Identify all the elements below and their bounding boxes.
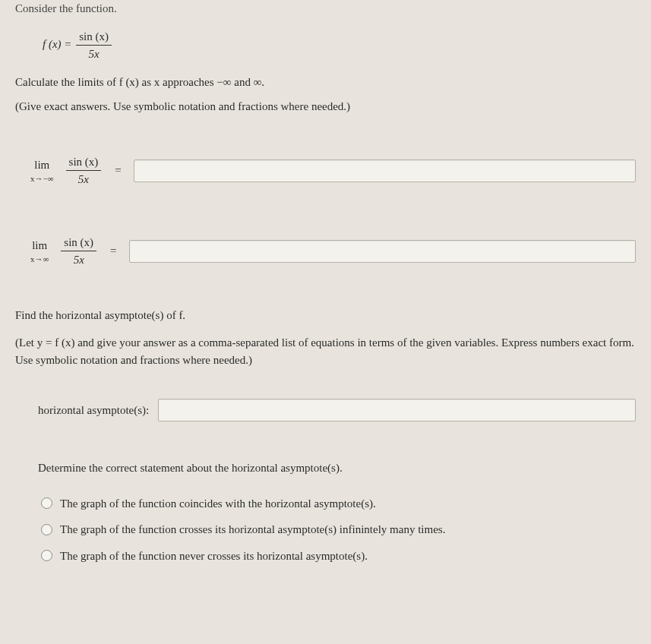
frac-num: sin (x) — [76, 28, 112, 46]
ha-instructions: (Let y = f (x) and give your answer as a… — [15, 334, 636, 368]
lim-frac-1: sin (x) 5x — [66, 153, 102, 188]
option-row-2[interactable]: The graph of the function never crosses … — [41, 548, 636, 565]
option-label: The graph of the function crosses its ho… — [60, 521, 445, 538]
option-label: The graph of the function never crosses … — [60, 548, 368, 565]
radio-icon[interactable] — [41, 524, 52, 535]
limit-row-pos-inf: lim x→∞ sin (x) 5x = — [30, 234, 636, 269]
ha-label: horizontal asymptote(s): — [38, 402, 149, 419]
lim-neg-inf: lim x→−∞ — [30, 156, 54, 185]
option-row-1[interactable]: The graph of the function crosses its ho… — [41, 521, 636, 538]
radio-icon[interactable] — [41, 550, 52, 561]
determine-prompt: Determine the correct statement about th… — [38, 459, 636, 477]
calc-prompt: Calculate the limits of f (x) as x appro… — [15, 74, 636, 91]
radio-icon[interactable] — [41, 497, 52, 509]
ha-answer-row: horizontal asymptote(s): — [38, 399, 636, 421]
intro-text: Consider the function. — [15, 0, 636, 17]
option-row-0[interactable]: The graph of the function coincides with… — [41, 495, 636, 513]
options-group: The graph of the function coincides with… — [41, 495, 636, 565]
limit-neg-inf-input[interactable] — [134, 159, 636, 182]
find-ha-prompt: Find the horizontal asymptote(s) of f. — [15, 307, 636, 324]
equals-sign-2: = — [110, 242, 116, 260]
lim-pos-inf: lim x→∞ — [30, 237, 49, 265]
ha-input[interactable] — [158, 399, 636, 421]
function-definition: f (x) = sin (x) 5x — [43, 28, 636, 63]
option-label: The graph of the function coincides with… — [60, 495, 376, 513]
lim-frac-2: sin (x) 5x — [61, 234, 96, 269]
func-lhs: f (x) = — [43, 38, 74, 50]
give-prompt: (Give exact answers. Use symbolic notati… — [15, 98, 636, 115]
limit-pos-inf-input[interactable] — [129, 240, 636, 263]
equals-sign: = — [115, 162, 121, 179]
frac-den: 5x — [76, 46, 112, 63]
limit-row-neg-inf: lim x→−∞ sin (x) 5x = — [30, 153, 636, 188]
